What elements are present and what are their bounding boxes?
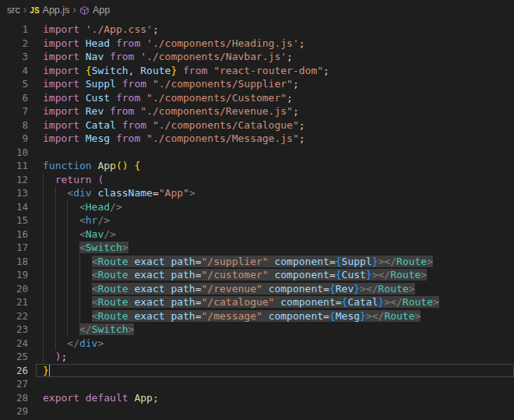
code-token: Catal [347, 296, 378, 308]
code-token [43, 351, 55, 362]
code-text: import Head from './components/Heading.j… [43, 37, 514, 51]
code-token: > [409, 283, 415, 295]
line-number[interactable]: 19 [0, 268, 28, 282]
indent-guide [43, 200, 44, 214]
line-number[interactable]: 6 [0, 91, 28, 105]
breadcrumb: src › JS App.js › App [0, 0, 514, 20]
line-number[interactable]: 18 [0, 255, 28, 269]
code-token: > [122, 242, 128, 253]
code-line[interactable]: 8import Catal from "./components/Catalog… [0, 118, 514, 132]
line-number[interactable]: 5 [0, 77, 28, 91]
code-line[interactable]: 9import Mesg from "./components/Message.… [0, 132, 514, 146]
line-number[interactable]: 4 [0, 64, 28, 78]
code-token: "./components/Message.js" [146, 132, 299, 144]
indent-guide [43, 295, 44, 309]
code-line[interactable]: 23 </Switch> [0, 323, 514, 337]
line-number[interactable]: 9 [0, 132, 28, 146]
code-line[interactable]: 25 ); [0, 350, 514, 364]
line-number[interactable]: 10 [0, 146, 28, 160]
code-line[interactable]: 28export default App; [0, 391, 514, 405]
code-token: ; [299, 132, 305, 144]
code-line[interactable]: 2import Head from './components/Heading.… [0, 37, 514, 51]
code-line[interactable]: 24 </div> [0, 337, 514, 351]
indent-guide [55, 337, 56, 351]
code-token: Mesg [86, 132, 110, 144]
code-token: "./components/Revenue.js" [140, 105, 293, 117]
line-number[interactable]: 20 [0, 282, 28, 296]
code-token: Rev [86, 105, 104, 117]
line-number[interactable]: 17 [0, 241, 28, 255]
code-text: import Rev from "./components/Revenue.js… [43, 104, 514, 118]
line-number[interactable]: 15 [0, 214, 28, 228]
code-token: </ [67, 337, 79, 349]
code-line[interactable]: 27 [0, 377, 514, 391]
code-token [43, 242, 79, 253]
code-line[interactable]: 11function App() { [0, 159, 514, 173]
code-line[interactable]: 1import './App.css'; [0, 23, 514, 37]
code-line[interactable]: 12 return ( [0, 173, 514, 187]
line-number[interactable]: 14 [0, 200, 28, 214]
code-line[interactable]: 7import Rev from "./components/Revenue.j… [0, 104, 514, 118]
code-token: /> [110, 201, 122, 213]
line-number[interactable]: 21 [0, 295, 28, 309]
code-line[interactable]: 15 <hr/> [0, 214, 514, 228]
code-text [43, 377, 514, 391]
code-token: exact [134, 310, 164, 322]
code-line[interactable]: 26} [0, 364, 514, 378]
line-number[interactable]: 26 [0, 364, 28, 378]
code-line[interactable]: 18 <Route exact path="/supplier" compone… [0, 255, 514, 269]
line-number[interactable]: 8 [0, 118, 28, 132]
code-token: , [128, 65, 141, 76]
editor-code-area[interactable]: 1import './App.css';2import Head from '.… [0, 20, 514, 418]
line-number[interactable]: 13 [0, 186, 28, 200]
line-number[interactable]: 2 [0, 37, 28, 51]
breadcrumb-label: App.js [43, 5, 70, 16]
line-number[interactable]: 3 [0, 50, 28, 64]
line-number[interactable]: 22 [0, 309, 28, 323]
code-token: < [79, 228, 86, 240]
code-token: { [329, 310, 336, 322]
code-token: "/supplier" [202, 256, 269, 267]
indent-guide [43, 350, 44, 364]
line-number[interactable]: 1 [0, 23, 28, 37]
line-number[interactable]: 12 [0, 173, 28, 187]
code-token: Nav [86, 51, 104, 62]
code-token: = [195, 269, 202, 281]
line-number[interactable]: 24 [0, 337, 28, 351]
code-line[interactable]: 29 [0, 404, 514, 418]
code-line[interactable]: 22 <Route exact path="/message" componen… [0, 309, 514, 323]
line-number[interactable]: 29 [0, 404, 28, 418]
code-line[interactable]: 6import Cust from "./components/Customer… [0, 91, 514, 105]
line-number[interactable]: 23 [0, 323, 28, 337]
code-token: App [97, 160, 115, 171]
code-token: App [134, 392, 152, 404]
line-number[interactable]: 28 [0, 391, 28, 405]
code-text: <hr/> [43, 214, 514, 228]
line-number[interactable]: 11 [0, 159, 28, 173]
code-line[interactable]: 16 <Nav/> [0, 228, 514, 242]
line-number[interactable]: 16 [0, 228, 28, 242]
code-line[interactable]: 4import {Switch, Route} from "react-rout… [0, 64, 514, 78]
breadcrumb-item-file[interactable]: JS App.js [30, 5, 69, 16]
breadcrumb-item-src[interactable]: src [7, 5, 20, 16]
breadcrumb-item-app-symbol[interactable]: App [79, 5, 110, 16]
indent-guide [67, 282, 68, 296]
code-line[interactable]: 3import Nav from './components/Navbar.js… [0, 50, 514, 64]
code-token: Cust [342, 269, 366, 281]
code-line[interactable]: 21 <Route exact path="/catalogue" compon… [0, 295, 514, 309]
code-line[interactable]: 20 <Route exact path="/revenue" componen… [0, 282, 514, 296]
code-token: path [171, 269, 195, 281]
code-token: div [73, 187, 91, 199]
indent-guide [55, 295, 56, 309]
line-number[interactable]: 27 [0, 377, 28, 391]
line-number[interactable]: 25 [0, 350, 28, 364]
indent-guide [67, 268, 68, 282]
code-line[interactable]: 19 <Route exact path="/customer" compone… [0, 268, 514, 282]
line-number[interactable]: 7 [0, 104, 28, 118]
code-text: <Head/> [43, 200, 514, 214]
code-line[interactable]: 5import Suppl from "./components/Supplie… [0, 77, 514, 91]
code-line[interactable]: 14 <Head/> [0, 200, 514, 214]
code-line[interactable]: 13 <div className="App"> [0, 186, 514, 200]
code-line[interactable]: 10 [0, 146, 514, 160]
code-line[interactable]: 17 <Switch> [0, 241, 514, 255]
